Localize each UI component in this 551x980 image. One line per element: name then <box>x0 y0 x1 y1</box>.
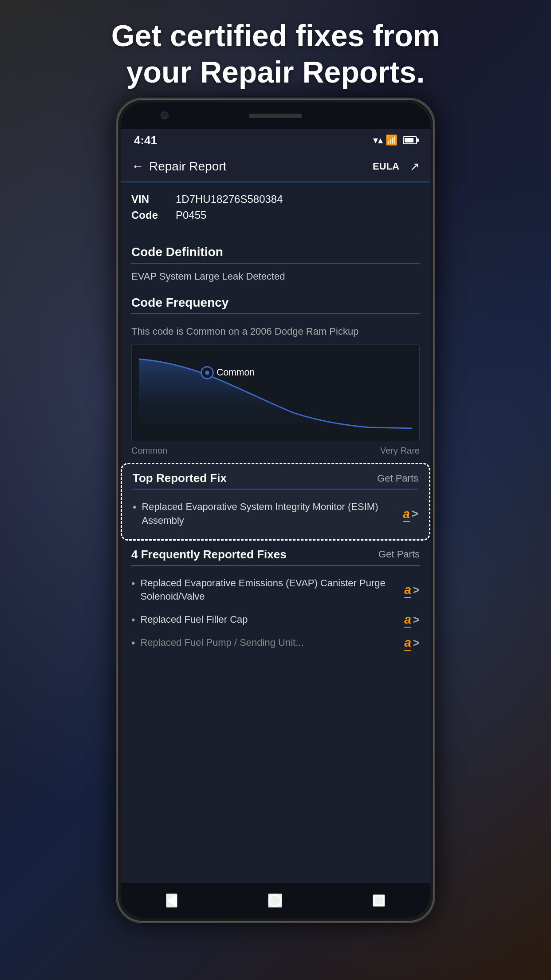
top-fix-text: Replaced Evaporative System Integrity Mo… <box>142 500 403 528</box>
fix-text-3: Replaced Fuel Pump / Sending Unit... <box>140 636 404 650</box>
frequency-chart-svg: Common <box>139 352 412 435</box>
fix-text-2: Replaced Fuel Filler Cap <box>140 613 404 627</box>
code-definition-header: Code Definition <box>131 236 420 264</box>
code-row: Code P0455 <box>131 209 420 221</box>
fix-item-1-left: • Replaced Evaporative Emissions (EVAP) … <box>131 577 404 604</box>
phone-power-button <box>434 232 435 268</box>
svg-point-2 <box>205 371 209 375</box>
frequent-fixes-get-parts[interactable]: Get Parts <box>378 549 420 560</box>
phone-frame: 4:41 ▾▴ 📶 ← Repair Report EULA ↗ <box>116 98 435 923</box>
main-content: VIN 1D7HU18276S580384 Code P0455 Code De… <box>121 182 430 661</box>
phone-inner: 4:41 ▾▴ 📶 ← Repair Report EULA ↗ <box>121 103 430 918</box>
back-triangle-icon <box>167 894 177 907</box>
fix-bullet-1: • <box>131 577 135 590</box>
vin-row: VIN 1D7HU18276S580384 <box>131 193 420 205</box>
amazon-arrow-2: > <box>413 613 420 627</box>
amazon-arrow-1: > <box>413 583 420 597</box>
recent-square-icon <box>374 895 384 906</box>
code-frequency-header: Code Frequency <box>131 287 420 314</box>
phone-camera <box>161 111 169 119</box>
fix-2-amazon-button[interactable]: a > <box>404 612 420 627</box>
vin-label: VIN <box>131 193 176 205</box>
chart-label-right: Very Rare <box>380 446 420 456</box>
frequency-chart: Common <box>131 344 420 442</box>
fix-bullet-3: • <box>131 637 135 649</box>
amazon-logo-3: a <box>404 636 411 650</box>
code-definition-section: Code Definition EVAP System Large Leak D… <box>131 236 420 287</box>
fix-item-2-left: • Replaced Fuel Filler Cap <box>131 613 404 627</box>
page-header: Get certified fixes from your Repair Rep… <box>0 18 551 90</box>
top-fix-item-left: • Replaced Evaporative System Integrity … <box>133 500 403 528</box>
top-fix-item: • Replaced Evaporative System Integrity … <box>133 496 418 532</box>
amazon-arrow-3: > <box>413 636 420 650</box>
code-label: Code <box>131 209 176 221</box>
header-line2: your Repair Reports. <box>0 54 551 91</box>
eula-button[interactable]: EULA <box>373 161 399 172</box>
header-line1: Get certified fixes from <box>0 18 551 54</box>
top-fix-amazon-button[interactable]: a > <box>403 507 418 521</box>
fix-1-amazon-button[interactable]: a > <box>404 583 420 597</box>
share-icon[interactable]: ↗ <box>410 160 420 174</box>
nav-title: Repair Report <box>149 159 226 174</box>
back-arrow-icon[interactable]: ← <box>131 159 144 174</box>
status-icons: ▾▴ 📶 <box>373 134 417 146</box>
phone-notch <box>121 103 430 129</box>
chart-label-left: Common <box>131 446 167 456</box>
fix-item-2: • Replaced Fuel Filler Cap a > <box>131 608 420 631</box>
svg-text:Common: Common <box>216 367 255 377</box>
fix-3-amazon-button[interactable]: a > <box>404 636 420 650</box>
code-definition-text: EVAP System Large Leak Detected <box>131 271 420 287</box>
chart-labels: Common Very Rare <box>131 442 420 463</box>
fix-item-1: • Replaced Evaporative Emissions (EVAP) … <box>131 572 420 609</box>
status-time: 4:41 <box>134 134 157 147</box>
highlight-box: Top Reported Fix Get Parts • Replaced Ev… <box>121 463 430 541</box>
top-fix-section: Top Reported Fix Get Parts • Replaced Ev… <box>133 464 418 539</box>
frequent-fixes-title: 4 Frequently Reported Fixes <box>131 548 287 561</box>
vin-section: VIN 1D7HU18276S580384 Code P0455 <box>131 182 420 236</box>
wifi-icon: ▾▴ 📶 <box>373 134 398 146</box>
code-frequency-title: Code Frequency <box>131 296 228 309</box>
battery-icon <box>403 136 417 144</box>
phone-screen: 4:41 ▾▴ 📶 ← Repair Report EULA ↗ <box>121 129 430 918</box>
frequent-fixes-section: 4 Frequently Reported Fixes Get Parts • … <box>131 541 420 662</box>
scroll-content: VIN 1D7HU18276S580384 Code P0455 Code De… <box>121 182 430 883</box>
code-frequency-section: Code Frequency This code is Common on a … <box>131 287 420 463</box>
nav-right: EULA ↗ <box>373 160 420 174</box>
top-nav-bar: ← Repair Report EULA ↗ <box>121 151 430 182</box>
recents-button[interactable] <box>373 894 385 907</box>
amazon-logo-1: a <box>404 583 411 597</box>
fix-bullet-2: • <box>131 614 135 626</box>
top-fix-title: Top Reported Fix <box>133 471 227 485</box>
amazon-logo-2: a <box>404 612 411 627</box>
code-definition-title: Code Definition <box>131 245 223 259</box>
back-button[interactable] <box>166 893 177 908</box>
fix-item-3: • Replaced Fuel Pump / Sending Unit... a… <box>131 631 420 654</box>
amazon-logo: a <box>403 507 410 521</box>
top-fix-bullet: • <box>133 501 136 514</box>
status-bar: 4:41 ▾▴ 📶 <box>121 129 430 151</box>
frequent-fixes-header: 4 Frequently Reported Fixes Get Parts <box>131 548 420 566</box>
top-fix-header: Top Reported Fix Get Parts <box>133 471 418 490</box>
phone-volume-button <box>434 285 435 321</box>
amazon-arrow-icon: > <box>412 507 418 521</box>
phone-speaker <box>249 114 302 118</box>
top-fix-get-parts[interactable]: Get Parts <box>377 473 418 484</box>
fix-item-3-left: • Replaced Fuel Pump / Sending Unit... <box>131 636 404 650</box>
code-value: P0455 <box>176 209 206 221</box>
home-button[interactable] <box>268 893 282 908</box>
fix-text-1: Replaced Evaporative Emissions (EVAP) Ca… <box>140 577 404 604</box>
vin-value: 1D7HU18276S580384 <box>176 193 283 205</box>
nav-left: ← Repair Report <box>131 159 226 174</box>
frequency-description: This code is Common on a 2006 Dodge Ram … <box>131 321 420 344</box>
home-circle-icon <box>269 894 281 907</box>
bottom-nav <box>121 883 430 918</box>
